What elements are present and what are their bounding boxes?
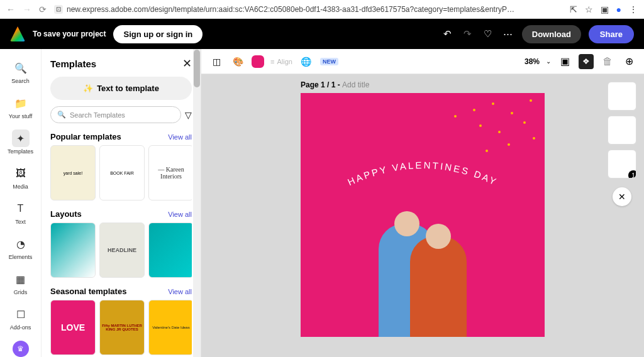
color-icon[interactable]: 🎨 (230, 54, 245, 69)
media-icon: 🖼 (12, 165, 30, 182)
trash-icon[interactable]: 🗑 (600, 54, 615, 69)
rail-text[interactable]: TText (0, 196, 41, 229)
browser-bar: ← → ⟳ ⊡ new.express.adobe.com/design/tem… (0, 0, 644, 19)
folder-icon: 📁 (12, 94, 30, 112)
rail-grids[interactable]: ▦Grids (0, 266, 41, 299)
seasonal-heading: Seasonal templates (50, 287, 126, 296)
rail-media[interactable]: 🖼Media (0, 161, 41, 194)
layout-thumb[interactable]: HEADLINE (99, 222, 145, 278)
more-icon[interactable]: ⋯ (502, 28, 514, 40)
page-view-icon[interactable]: ▣ (557, 54, 572, 69)
layers-icon[interactable]: ❖ (579, 54, 594, 69)
site-info-icon[interactable]: ⊡ (54, 5, 63, 14)
url-bar[interactable]: ⊡ new.express.adobe.com/design/template/… (54, 5, 562, 14)
sparkle-icon: ✨ (83, 84, 93, 93)
add-page-icon[interactable]: ⊕ (621, 54, 636, 69)
close-icon[interactable]: ✕ (182, 57, 192, 70)
fill-color-swatch[interactable] (252, 55, 264, 68)
templates-icon: ✦ (12, 129, 30, 147)
new-badge: NEW (320, 58, 338, 65)
layouts-heading: Layouts (50, 209, 82, 219)
rail-elements[interactable]: ◔Elements (0, 231, 41, 264)
crown-icon: ♛ (13, 341, 29, 357)
install-icon[interactable]: ⇱ (570, 4, 577, 14)
profile-icon[interactable]: ● (616, 4, 621, 14)
templates-panel: Templates ✕ ✨ Text to template 🔍 Search … (42, 49, 201, 357)
page-title-input[interactable]: Add title (342, 80, 369, 89)
app-topbar: To save your project Sign up or sign in … (0, 19, 644, 49)
popular-heading: Popular templates (50, 132, 121, 141)
seasonal-thumb[interactable]: Fifty MARTIN LUTHER KING JR QUOTES (99, 300, 145, 355)
redo-icon[interactable]: ↷ (462, 28, 474, 40)
search-icon: 🔍 (12, 59, 30, 77)
layouts-viewall[interactable]: View all (168, 211, 192, 218)
template-thumb[interactable]: yard sale! (50, 145, 96, 200)
translate-icon[interactable]: 🌐 (299, 54, 314, 69)
layer-thumb[interactable] (608, 116, 636, 145)
rail-addons[interactable]: ☐Add-ons (0, 302, 41, 334)
canvas-area: ◫ 🎨 ≡Align 🌐 NEW 38% ⌄ ▣ ❖ 🗑 ⊕ Page 1 / … (201, 49, 644, 357)
template-thumb[interactable]: — Kareen Interiors (148, 145, 192, 200)
tips-icon[interactable]: ♡ (482, 28, 494, 40)
text-to-template-button[interactable]: ✨ Text to template (50, 77, 192, 100)
rail-search[interactable]: 🔍Search (0, 55, 41, 88)
search-input[interactable]: 🔍 Search Templates (50, 106, 181, 123)
adobe-express-logo[interactable] (10, 26, 25, 41)
close-thumbs-icon[interactable]: ✕ (613, 187, 631, 206)
template-thumb[interactable]: BOOK FAIR (99, 145, 145, 200)
panel-title: Templates (50, 58, 96, 69)
rail-premium[interactable]: ♛Try Premium (0, 337, 41, 357)
filter-icon[interactable]: ▽ (185, 110, 192, 120)
rail-templates[interactable]: ✦Templates (0, 126, 41, 158)
chevron-down-icon[interactable]: ⌄ (546, 58, 551, 65)
popular-viewall[interactable]: View all (168, 133, 192, 141)
addons-icon: ☐ (12, 305, 30, 323)
panel-scrollbar[interactable] (193, 49, 201, 357)
text-icon: T (12, 200, 30, 217)
couple-image[interactable] (366, 211, 479, 337)
layer-thumbnails: 1 ✕ (608, 82, 636, 206)
share-button[interactable]: Share (589, 25, 634, 43)
elements-icon: ◔ (12, 235, 30, 253)
valentine-headline[interactable]: HAPPY VALENTINES DAY (322, 150, 523, 200)
save-project-text: To save your project (33, 30, 106, 38)
download-button[interactable]: Download (522, 25, 581, 43)
design-canvas[interactable]: HAPPY VALENTINES DAY (301, 93, 545, 337)
search-icon: 🔍 (57, 111, 66, 119)
undo-icon[interactable]: ↶ (441, 28, 454, 40)
seasonal-viewall[interactable]: View all (168, 288, 192, 295)
menu-icon[interactable]: ⋮ (629, 4, 638, 14)
layer-thumb[interactable]: 1 (608, 150, 636, 178)
align-tool: ≡Align (270, 58, 292, 65)
layout-thumb[interactable] (50, 222, 96, 278)
forward-icon: → (23, 4, 31, 14)
seasonal-thumb[interactable]: Valentine's Date Ideas (148, 300, 192, 355)
canvas-toolbar: ◫ 🎨 ≡Align 🌐 NEW 38% ⌄ ▣ ❖ 🗑 ⊕ (201, 49, 644, 74)
seasonal-thumb[interactable]: LOVE (50, 300, 96, 355)
search-placeholder: Search Templates (70, 111, 125, 119)
url-text: new.express.adobe.com/design/template/ur… (67, 5, 514, 14)
grids-icon: ▦ (12, 270, 30, 288)
layout-thumb[interactable] (148, 222, 192, 278)
thumb-badge: 1 (628, 170, 636, 178)
zoom-level[interactable]: 38% (525, 57, 540, 66)
left-rail: 🔍Search 📁Your stuff ✦Templates 🖼Media TT… (0, 49, 42, 357)
signup-button[interactable]: Sign up or sign in (113, 25, 203, 43)
back-icon[interactable]: ← (6, 4, 15, 14)
rail-your-stuff[interactable]: 📁Your stuff (0, 91, 41, 123)
svg-text:HAPPY VALENTINES DAY: HAPPY VALENTINES DAY (346, 160, 499, 187)
reload-icon[interactable]: ⟳ (39, 4, 47, 14)
extensions-icon[interactable]: ▣ (601, 4, 609, 14)
page-label: Page 1 / 1 - Add title (201, 74, 644, 93)
crop-icon[interactable]: ◫ (209, 54, 224, 69)
layer-thumb[interactable] (608, 82, 636, 111)
bookmark-icon[interactable]: ☆ (585, 4, 593, 14)
